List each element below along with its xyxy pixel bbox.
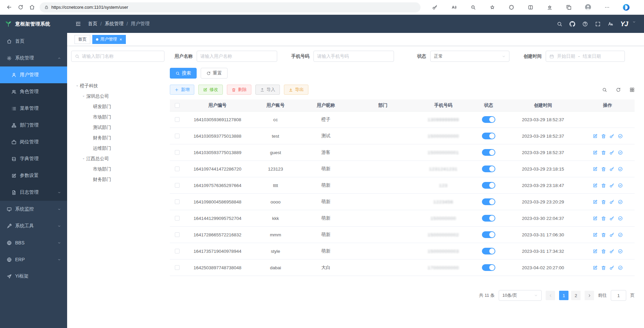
status-toggle[interactable]: [482, 198, 495, 205]
edit-icon[interactable]: [593, 134, 598, 139]
help-icon[interactable]: [582, 21, 588, 27]
close-icon[interactable]: ×: [119, 37, 122, 42]
page-size-select[interactable]: 10条/页: [499, 290, 542, 301]
delete-icon[interactable]: [601, 232, 606, 237]
status-toggle[interactable]: [482, 248, 495, 254]
reset-password-icon[interactable]: [609, 232, 614, 237]
profile-avatar[interactable]: [583, 3, 593, 12]
tree-node[interactable]: 深圳总公司: [71, 91, 164, 101]
tab[interactable]: 用户管理 ×: [92, 35, 126, 44]
phone-field[interactable]: [317, 54, 390, 59]
reset-password-icon[interactable]: [609, 216, 614, 221]
delete-icon[interactable]: [601, 216, 606, 221]
row-checkbox[interactable]: [175, 232, 180, 237]
tree-expand-icon[interactable]: [81, 157, 86, 160]
font-size-icon[interactable]: [608, 21, 613, 27]
tree-node[interactable]: 财务部门: [71, 133, 164, 143]
edit-icon[interactable]: [593, 265, 598, 270]
add-button[interactable]: 新增: [170, 85, 194, 95]
extensions-icon[interactable]: [507, 3, 516, 12]
username-field[interactable]: [200, 54, 274, 59]
home-icon[interactable]: [26, 2, 38, 13]
delete-icon[interactable]: [601, 265, 606, 270]
sidebar-item[interactable]: 系统工具: [0, 218, 67, 234]
reset-password-icon[interactable]: [609, 183, 614, 188]
sidebar-item[interactable]: 字典管理: [0, 150, 67, 167]
edit-icon[interactable]: [593, 232, 598, 237]
copilot-icon[interactable]: [622, 3, 631, 12]
status-toggle[interactable]: [482, 182, 495, 189]
edit-icon[interactable]: [593, 167, 598, 172]
collections-icon[interactable]: [564, 3, 574, 12]
assign-role-icon[interactable]: [618, 232, 623, 237]
tree-node[interactable]: 财务部门: [71, 174, 164, 185]
tree-node[interactable]: 运维部门: [71, 143, 164, 153]
delete-icon[interactable]: [601, 150, 606, 155]
status-toggle[interactable]: [482, 264, 495, 271]
status-toggle[interactable]: [482, 215, 495, 222]
reset-password-icon[interactable]: [609, 265, 614, 270]
assign-role-icon[interactable]: [618, 249, 623, 254]
delete-icon[interactable]: [601, 249, 606, 254]
username-input[interactable]: [197, 51, 277, 62]
date-range-picker[interactable]: 开始日期 - 结束日期: [546, 51, 625, 62]
tree-node[interactable]: 市场部门: [71, 112, 164, 122]
password-key-icon[interactable]: [430, 3, 440, 12]
edit-icon[interactable]: [593, 183, 598, 188]
search-icon[interactable]: [557, 21, 562, 27]
zoom-icon[interactable]: [468, 3, 478, 12]
tree-expand-icon[interactable]: [75, 84, 80, 88]
reset-password-icon[interactable]: [609, 134, 614, 139]
delete-icon[interactable]: [601, 167, 606, 172]
tree-node[interactable]: 市场部门: [71, 164, 164, 174]
delete-icon[interactable]: [601, 183, 606, 188]
page-number-button[interactable]: 1: [559, 291, 568, 300]
status-select[interactable]: 正常: [430, 51, 509, 62]
delete-icon[interactable]: [601, 134, 606, 139]
status-toggle[interactable]: [482, 133, 495, 139]
row-checkbox[interactable]: [175, 183, 180, 188]
toggle-search-icon[interactable]: [602, 87, 607, 92]
user-logo[interactable]: YJ: [621, 20, 628, 28]
sidebar-fold-icon[interactable]: [75, 21, 81, 27]
breadcrumb-item[interactable]: 系统管理: [105, 21, 123, 27]
tree-node[interactable]: 江西总公司: [71, 153, 164, 164]
sidebar-item[interactable]: Yi框架: [0, 268, 67, 285]
import-button[interactable]: 导入: [255, 85, 280, 95]
refresh-icon[interactable]: [15, 2, 26, 13]
sidebar-item[interactable]: BBS: [0, 234, 67, 251]
select-all-checkbox[interactable]: [175, 103, 180, 108]
status-toggle[interactable]: [482, 231, 495, 238]
more-menu-icon[interactable]: [602, 3, 612, 12]
department-search-input[interactable]: [71, 51, 164, 62]
sidebar-item[interactable]: ERP: [0, 251, 67, 268]
sidebar-item[interactable]: 部门管理: [0, 117, 67, 134]
row-checkbox[interactable]: [175, 199, 180, 204]
edit-icon[interactable]: [593, 150, 598, 155]
tree-node[interactable]: 橙子科技: [71, 81, 164, 91]
reset-button[interactable]: 重置: [201, 68, 228, 79]
sidebar-item[interactable]: 系统监控: [0, 201, 67, 218]
sidebar-item[interactable]: 岗位管理: [0, 134, 67, 150]
edit-icon[interactable]: [593, 199, 598, 204]
row-checkbox[interactable]: [175, 216, 180, 221]
read-aloud-icon[interactable]: [449, 3, 459, 12]
address-bar[interactable]: https://ccnetcore.com:1101/system/user: [40, 2, 420, 12]
row-checkbox[interactable]: [175, 117, 180, 122]
reset-password-icon[interactable]: [609, 150, 614, 155]
sidebar-item[interactable]: 菜单管理: [0, 100, 67, 117]
row-checkbox[interactable]: [175, 265, 180, 270]
page-number-button[interactable]: 2: [571, 291, 581, 300]
assign-role-icon[interactable]: [618, 150, 623, 155]
next-page-button[interactable]: [585, 291, 594, 300]
fullscreen-icon[interactable]: [595, 21, 601, 27]
sidebar-item[interactable]: 首页: [0, 33, 67, 50]
refresh-table-icon[interactable]: [616, 87, 621, 92]
edit-icon[interactable]: [593, 249, 598, 254]
department-search-field[interactable]: [82, 54, 161, 59]
sidebar-item[interactable]: 参数设置: [0, 167, 67, 184]
reset-password-icon[interactable]: [609, 167, 614, 172]
row-checkbox[interactable]: [175, 134, 180, 138]
sidebar-item[interactable]: 系统管理: [0, 50, 67, 66]
row-checkbox[interactable]: [175, 249, 180, 253]
